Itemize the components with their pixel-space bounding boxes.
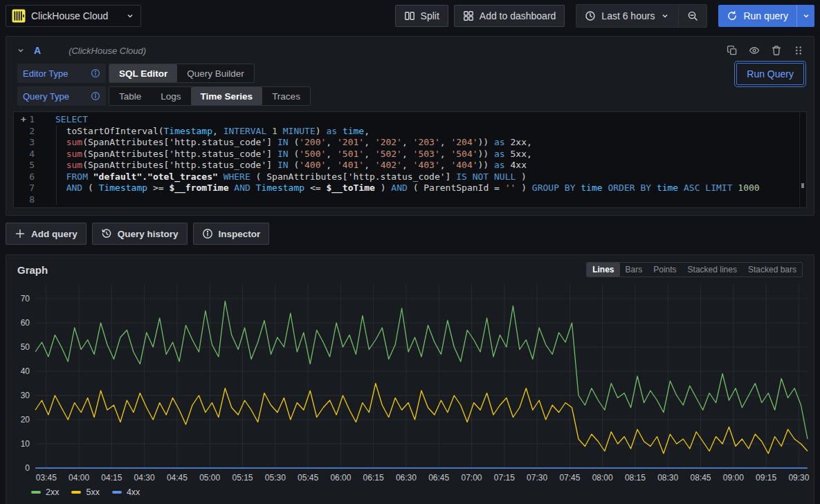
code-line[interactable]: 2 toStartOfInterval(Timestamp, INTERVAL …	[14, 126, 806, 138]
datasource-picker[interactable]: ClickHouse Cloud	[6, 5, 141, 27]
inspector-button[interactable]: Inspector	[193, 223, 270, 245]
chevron-down-icon	[660, 11, 670, 21]
datasource-name: ClickHouse Cloud	[31, 10, 120, 21]
code-text	[44, 194, 55, 206]
zoom-out-icon	[687, 10, 698, 21]
svg-text:09:00: 09:00	[723, 473, 744, 483]
svg-text:50: 50	[21, 342, 30, 352]
query-editor-panel: A (ClickHouse Cloud) Editor Type SQL Edi…	[6, 36, 814, 216]
collapse-query-icon[interactable]	[16, 46, 26, 55]
svg-text:08:30: 08:30	[657, 473, 678, 483]
svg-text:07:30: 07:30	[527, 473, 547, 483]
zoom-out-button[interactable]	[679, 5, 707, 27]
svg-text:07:45: 07:45	[559, 473, 580, 483]
clickhouse-logo-icon	[12, 9, 26, 23]
graph-mode-option-stacked-lines[interactable]: Stacked lines	[682, 263, 742, 277]
svg-text:09:15: 09:15	[756, 473, 776, 483]
query-history-button[interactable]: Query history	[92, 223, 188, 245]
legend-label: 2xx	[46, 487, 59, 497]
svg-text:10: 10	[21, 439, 30, 449]
code-line[interactable]: 1+SELECT	[14, 114, 806, 126]
query-ref-id[interactable]: A	[34, 45, 41, 56]
code-line[interactable]: 4 sum(SpanAttributes['http.status_code']…	[14, 149, 806, 160]
clock-icon	[585, 10, 596, 21]
run-query-label: Run query	[743, 10, 788, 21]
chart-legend: 2xx5xx4xx	[12, 486, 808, 501]
explore-toolbar: ClickHouse Cloud Split Add to dashboard …	[0, 0, 820, 32]
query-type-option-table[interactable]: Table	[109, 87, 151, 105]
line-number: 1+	[14, 114, 44, 126]
svg-text:07:15: 07:15	[494, 473, 515, 483]
inspector-label: Inspector	[219, 229, 261, 239]
line-number: 3	[14, 137, 44, 149]
plus-icon	[15, 228, 26, 239]
code-line[interactable]: 7 AND ( Timestamp >= $__fromTime AND Tim…	[14, 183, 806, 194]
query-datasource-hint: (ClickHouse Cloud)	[69, 46, 146, 56]
svg-text:08:15: 08:15	[625, 473, 646, 483]
legend-item-4xx[interactable]: 4xx	[112, 487, 140, 497]
query-row-actions	[727, 45, 804, 56]
add-line-icon[interactable]: +	[21, 114, 26, 126]
line-number: 4	[14, 149, 44, 160]
editor-type-option-sql-editor[interactable]: SQL Editor	[109, 64, 177, 82]
code-line[interactable]: 6 FROM "default"."otel_traces" WHERE ( S…	[14, 171, 806, 183]
info-icon	[202, 228, 213, 239]
legend-swatch	[31, 491, 41, 494]
query-history-label: Query history	[118, 229, 179, 239]
svg-text:07:00: 07:00	[461, 473, 482, 483]
graph-panel: Graph LinesBarsPointsStacked linesStacke…	[6, 254, 814, 504]
svg-text:05:45: 05:45	[298, 473, 318, 483]
add-query-button[interactable]: Add query	[6, 223, 86, 245]
editor-type-option-query-builder[interactable]: Query Builder	[177, 64, 254, 82]
chart-area: 01020304050607003:4504:0004:1504:3004:45…	[12, 281, 808, 486]
graph-mode-option-bars[interactable]: Bars	[620, 263, 648, 277]
drag-handle-icon[interactable]	[793, 45, 804, 56]
svg-text:06:00: 06:00	[330, 473, 351, 483]
code-text: sum(SpanAttributes['http.status_code'] I…	[44, 149, 532, 160]
code-line[interactable]: 5 sum(SpanAttributes['http.status_code']…	[14, 160, 806, 171]
svg-text:05:15: 05:15	[232, 473, 253, 483]
query-actions-row: Add query Query history Inspector	[6, 223, 814, 245]
delete-query-icon[interactable]	[771, 45, 782, 56]
run-query-editor-button[interactable]: Run Query	[736, 63, 804, 85]
graph-style-toggle: LinesBarsPointsStacked linesStacked bars	[586, 262, 803, 277]
code-line[interactable]: 3 sum(SpanAttributes['http.status_code']…	[14, 137, 806, 149]
query-type-option-logs[interactable]: Logs	[151, 87, 190, 105]
split-button[interactable]: Split	[395, 5, 448, 27]
run-query-interval-dropdown[interactable]	[796, 5, 814, 27]
info-icon[interactable]	[91, 68, 100, 78]
add-to-dashboard-button[interactable]: Add to dashboard	[454, 5, 565, 27]
run-query-button[interactable]: Run query	[718, 5, 796, 27]
dashboard-grid-icon	[463, 10, 474, 21]
indent-guide	[56, 126, 57, 205]
svg-text:0: 0	[25, 463, 30, 473]
svg-text:08:00: 08:00	[592, 473, 613, 483]
editor-overview-ruler	[799, 112, 806, 207]
graph-mode-option-stacked-bars[interactable]: Stacked bars	[742, 263, 802, 277]
code-text: toStartOfInterval(Timestamp, INTERVAL 1 …	[44, 126, 370, 138]
legend-label: 5xx	[86, 487, 99, 497]
graph-mode-option-points[interactable]: Points	[648, 263, 682, 277]
line-number: 7	[14, 183, 44, 194]
svg-text:05:00: 05:00	[199, 473, 220, 483]
graph-mode-option-lines[interactable]: Lines	[587, 263, 619, 277]
graph-panel-header: Graph LinesBarsPointsStacked linesStacke…	[12, 261, 808, 281]
sql-code-editor[interactable]: 1+SELECT2 toStartOfInterval(Timestamp, I…	[13, 111, 807, 208]
legend-item-2xx[interactable]: 2xx	[31, 487, 59, 497]
timeseries-chart[interactable]: 01020304050607003:4504:0004:1504:3004:45…	[12, 281, 810, 486]
code-line[interactable]: 8	[14, 194, 806, 206]
svg-text:30: 30	[21, 391, 30, 400]
query-type-option-traces[interactable]: Traces	[262, 87, 310, 105]
add-to-dashboard-label: Add to dashboard	[480, 10, 556, 21]
query-type-option-time-series[interactable]: Time Series	[191, 87, 263, 105]
legend-swatch	[112, 491, 122, 494]
duplicate-query-icon[interactable]	[727, 45, 738, 56]
svg-text:05:30: 05:30	[265, 473, 286, 483]
editor-type-toggle: SQL EditorQuery Builder	[109, 64, 255, 83]
time-range-button[interactable]: Last 6 hours	[576, 5, 678, 27]
time-range-label: Last 6 hours	[601, 10, 655, 21]
legend-item-5xx[interactable]: 5xx	[71, 487, 99, 497]
toggle-query-visibility-icon[interactable]	[749, 45, 760, 56]
svg-text:04:30: 04:30	[134, 473, 155, 483]
info-icon[interactable]	[91, 91, 100, 101]
